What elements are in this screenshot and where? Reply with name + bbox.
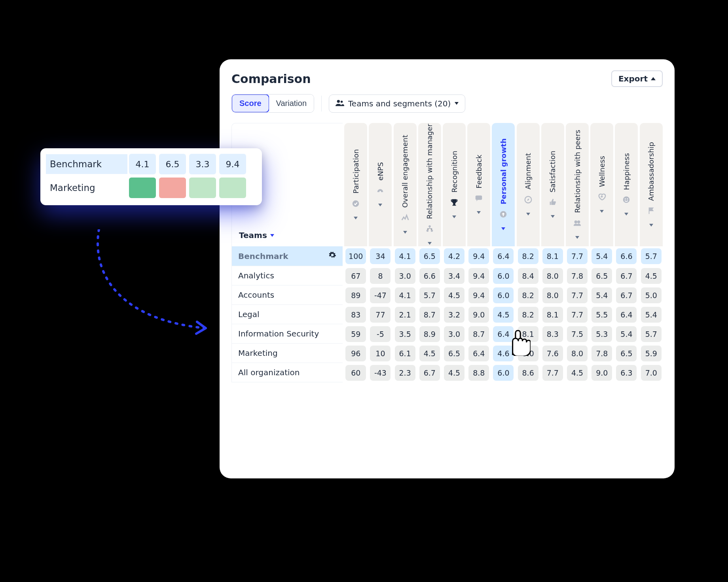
score-cell[interactable]: 7.7 [567, 248, 588, 264]
score-cell[interactable]: 6.7 [616, 287, 637, 303]
column-header[interactable]: Overall engagement [394, 123, 417, 246]
score-cell[interactable]: 6.0 [493, 268, 514, 284]
score-cell[interactable]: 5.3 [592, 326, 612, 342]
score-cell[interactable]: 96 [345, 346, 366, 361]
score-cell[interactable]: 8.1 [542, 307, 563, 323]
score-cell[interactable]: 6.0 [493, 287, 514, 303]
row-label[interactable]: All organization [231, 363, 343, 382]
score-cell[interactable]: 6.7 [419, 365, 440, 381]
score-cell[interactable]: 9.4 [468, 248, 489, 264]
score-cell[interactable]: 8.6 [518, 365, 538, 381]
score-cell[interactable]: 6.5 [444, 346, 464, 361]
tab-variation[interactable]: Variation [269, 94, 314, 112]
row-label[interactable]: Legal [231, 305, 343, 324]
score-cell[interactable]: 5.4 [592, 287, 612, 303]
score-cell[interactable]: 5.5 [592, 307, 612, 323]
score-cell[interactable]: 10 [370, 346, 391, 361]
score-cell[interactable]: 60 [345, 365, 366, 381]
teams-segments-filter[interactable]: Teams and segments (20) [329, 94, 465, 113]
score-cell[interactable]: 8.0 [542, 287, 563, 303]
score-cell[interactable]: 5.7 [641, 326, 662, 342]
score-cell[interactable]: 2.3 [395, 365, 415, 381]
score-cell[interactable]: 4.5 [641, 268, 662, 284]
column-header[interactable]: Alignment [517, 123, 540, 246]
score-cell[interactable]: 5.4 [592, 248, 612, 264]
score-cell[interactable]: 8.7 [419, 307, 440, 323]
score-cell[interactable]: 6.3 [616, 365, 637, 381]
column-header[interactable]: Happiness [615, 123, 638, 246]
score-cell[interactable]: 4.1 [395, 248, 415, 264]
score-cell[interactable]: 8.1 [518, 326, 538, 342]
score-cell[interactable]: 9.4 [468, 287, 489, 303]
score-cell[interactable]: 6.7 [616, 268, 637, 284]
score-cell[interactable]: 4.1 [395, 287, 415, 303]
column-header[interactable]: Personal growth [492, 123, 515, 246]
score-cell[interactable]: 4.5 [493, 307, 514, 323]
gear-icon[interactable] [328, 251, 336, 261]
score-cell[interactable]: 8.7 [468, 326, 489, 342]
score-cell[interactable]: 67 [345, 268, 366, 284]
score-cell[interactable]: 6.6 [419, 268, 440, 284]
score-cell[interactable]: 5.7 [641, 248, 662, 264]
score-cell[interactable]: 4.5 [444, 365, 464, 381]
column-header[interactable]: Ambassadorship [640, 123, 663, 246]
teams-column-header[interactable]: Teams [232, 231, 343, 246]
score-cell[interactable]: 8.9 [419, 326, 440, 342]
score-cell[interactable]: 4.2 [444, 248, 464, 264]
column-header[interactable]: Recognition [443, 123, 466, 246]
score-cell[interactable]: 6.4 [493, 326, 514, 342]
score-cell[interactable]: 8.2 [518, 248, 538, 264]
score-cell[interactable]: 8.0 [518, 346, 538, 361]
score-cell[interactable]: 6.5 [616, 346, 637, 361]
column-header[interactable]: eNPS [369, 123, 392, 246]
score-cell[interactable]: 6.0 [493, 365, 514, 381]
row-label[interactable]: Analytics [231, 266, 343, 285]
score-cell[interactable]: 7.5 [567, 326, 588, 342]
score-cell[interactable]: 9.4 [468, 268, 489, 284]
score-cell[interactable]: 8.2 [518, 287, 538, 303]
score-cell[interactable]: 89 [345, 287, 366, 303]
score-cell[interactable]: 5.0 [641, 287, 662, 303]
row-label[interactable]: Information Security [231, 324, 343, 344]
score-cell[interactable]: 6.5 [592, 268, 612, 284]
score-cell[interactable]: 7.7 [542, 365, 563, 381]
score-cell[interactable]: 8.0 [542, 268, 563, 284]
score-cell[interactable]: 6.4 [493, 248, 514, 264]
score-cell[interactable]: 4.6 [493, 346, 514, 361]
score-cell[interactable]: 9.0 [468, 307, 489, 323]
tab-score[interactable]: Score [231, 94, 269, 113]
score-cell[interactable]: 3.0 [444, 326, 464, 342]
score-cell[interactable]: 7.7 [567, 287, 588, 303]
score-cell[interactable]: 8 [370, 268, 391, 284]
score-cell[interactable]: 8.0 [567, 346, 588, 361]
column-header[interactable]: Participation [344, 123, 367, 246]
score-cell[interactable]: 7.7 [567, 307, 588, 323]
column-header[interactable]: Satisfaction [541, 123, 564, 246]
score-cell[interactable]: 2.1 [395, 307, 415, 323]
score-cell[interactable]: 7.0 [641, 365, 662, 381]
score-cell[interactable]: 59 [345, 326, 366, 342]
row-label[interactable]: Accounts [231, 285, 343, 305]
score-cell[interactable]: 9.0 [592, 365, 612, 381]
score-cell[interactable]: 5.4 [616, 326, 637, 342]
export-button[interactable]: Export [611, 70, 663, 87]
score-cell[interactable]: 5.7 [419, 287, 440, 303]
score-cell[interactable]: 8.3 [542, 326, 563, 342]
score-cell[interactable]: 6.4 [468, 346, 489, 361]
score-cell[interactable]: 3.0 [395, 268, 415, 284]
score-cell[interactable]: 8.8 [468, 365, 489, 381]
column-header[interactable]: Relationship with peers [566, 123, 589, 246]
score-cell[interactable]: 4.5 [419, 346, 440, 361]
score-cell[interactable]: 3.5 [395, 326, 415, 342]
score-cell[interactable]: 8.1 [542, 248, 563, 264]
score-cell[interactable]: 7.8 [567, 268, 588, 284]
score-cell[interactable]: 77 [370, 307, 391, 323]
score-cell[interactable]: 5.9 [641, 346, 662, 361]
score-cell[interactable]: 3.4 [444, 268, 464, 284]
score-cell[interactable]: 7.6 [542, 346, 563, 361]
score-cell[interactable]: 5.4 [641, 307, 662, 323]
score-cell[interactable]: 6.5 [419, 248, 440, 264]
score-cell[interactable]: 83 [345, 307, 366, 323]
score-cell[interactable]: 6.6 [616, 248, 637, 264]
score-cell[interactable]: -43 [370, 365, 391, 381]
